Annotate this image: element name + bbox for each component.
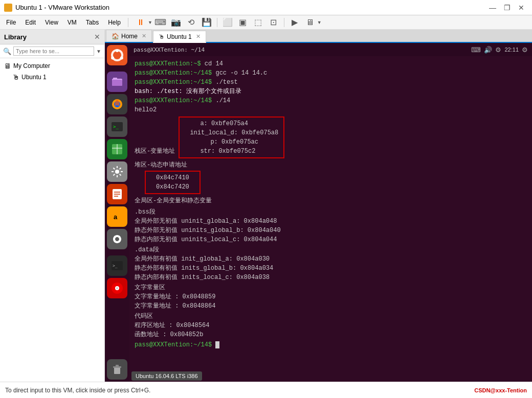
launcher-terminal[interactable]: >_ (107, 116, 127, 137)
launcher-amazon[interactable]: a (107, 206, 127, 227)
menu-tabs[interactable]: Tabs (82, 17, 103, 28)
sidebar-close-button[interactable]: ✕ (94, 33, 100, 41)
code-title: 代码区 (135, 312, 527, 321)
toolbar-sep2 (284, 18, 284, 27)
error-msg: bash: ./test: 没有那个文件或目录 (135, 88, 241, 95)
svg-point-4 (111, 57, 114, 60)
view-button2[interactable]: ⬚ (251, 16, 265, 29)
snapshot-button[interactable]: 📷 (169, 16, 183, 29)
pause-arrow[interactable]: ▼ (148, 20, 152, 25)
tab-home-label: Home (121, 33, 138, 40)
stack-p: p: 0xbfe075ac (185, 137, 278, 147)
vm-content[interactable]: >_ a >_ (105, 43, 532, 382)
hello-text: hello2 (135, 106, 157, 113)
ubuntu1-label: Ubuntu 1 (21, 74, 47, 81)
svg-rect-28 (114, 367, 120, 374)
terminal-line-2: pass@XXXTention:~/14$ gcc -o 14 14.c (135, 68, 527, 78)
vm-area: 🏠 Home ✕ 🖱 Ubuntu 1 ✕ (105, 30, 532, 382)
text-line1: 文字常量地址 : 0x8048859 (135, 292, 527, 301)
heap-2: 0x84c7420 (156, 182, 189, 192)
computer-icon: 🖥 (4, 62, 11, 70)
code-line2: 函数地址 : 0x804852b (135, 330, 527, 339)
unity-button[interactable]: ▣ (236, 16, 250, 29)
tab-home[interactable]: 🏠 Home ✕ (106, 30, 152, 42)
maximize-button[interactable]: ❐ (500, 3, 514, 13)
sidebar-item-my-computer[interactable]: 🖥 My Computer (0, 60, 104, 72)
ubuntu-version-tooltip: Ubuntu 16.04.6 LTS i386 (131, 371, 202, 381)
home-icon: 🏠 (112, 33, 119, 40)
vm-audio-icon[interactable]: ⚙ (495, 46, 501, 54)
cmd-3: ./test (215, 79, 237, 86)
data-label: .data段 (135, 245, 527, 254)
terminal-content[interactable]: pass@XXXTention:~$ cd 14 pass@XXXTention… (129, 56, 532, 382)
terminal-hello: hello2 (135, 105, 527, 114)
tab-ubuntu[interactable]: 🖱 Ubuntu 1 ✕ (153, 31, 206, 43)
sidebar-item-ubuntu1[interactable]: 🖱 Ubuntu 1 (0, 72, 104, 83)
minimize-button[interactable]: — (486, 3, 499, 13)
terminal-line-3: pass@XXXTention:~/14$ ./test (135, 78, 527, 87)
pause-button-group[interactable]: ⏸ ▼ (134, 16, 152, 29)
bss-section: .bss段 全局外部无初值 uninit_global_a: 0x804a048… (135, 207, 527, 244)
menu-view[interactable]: View (41, 17, 62, 28)
launcher-system-settings[interactable] (107, 229, 127, 249)
bottom-hint: To direct input to this VM, click inside… (5, 387, 150, 394)
suspend-button[interactable]: 💾 (199, 16, 214, 29)
text-title: 文字常量区 (135, 283, 527, 292)
pause-button[interactable]: ⏸ (134, 16, 148, 29)
vm-settings-icon[interactable]: ⚙ (522, 46, 528, 54)
stack-title: 栈区-变量地址 (135, 148, 175, 155)
display-arrow[interactable]: ▼ (317, 20, 322, 25)
bss-line3: 静态内部无初值 uninits_local_c: 0x804a044 (135, 235, 527, 244)
launcher-cmd[interactable]: >_ (107, 255, 127, 276)
watermark: CSDN@xxx-Tention (474, 387, 527, 393)
vmware-icon (4, 4, 12, 12)
bss-line1: 全局外部无初值 uninit_global_a: 0x804a048 (135, 217, 527, 226)
vm-network-icon[interactable]: 🔊 (484, 46, 492, 54)
terminal-line-4: bash: ./test: 没有那个文件或目录 (135, 87, 527, 96)
console-button[interactable]: ▶ (287, 16, 302, 29)
svg-point-3 (120, 57, 123, 60)
vm-keyboard-icon[interactable]: ⌨ (471, 46, 481, 54)
ubuntu-launcher: >_ a >_ (105, 43, 129, 382)
full-screen-button[interactable]: ⬜ (220, 16, 235, 29)
launcher-settings[interactable] (107, 161, 127, 182)
vm-path-title: pass@XXXTention: ~/14 (134, 46, 205, 53)
tab-ubuntu-close[interactable]: ✕ (196, 33, 201, 40)
menu-separator (128, 18, 128, 27)
sidebar-search-bar: 🔍 ▼ (0, 44, 104, 58)
launcher-spreadsheet[interactable] (107, 139, 127, 159)
menu-bar: File Edit View VM Tabs Help ⏸ ▼ ⌨ 📷 ⟲ 💾 … (0, 15, 532, 30)
display-button-group[interactable]: 🖥 ▼ (303, 16, 322, 29)
last-prompt-line: pass@XXXTention:~/14$ (135, 340, 527, 349)
menu-file[interactable]: File (2, 17, 20, 28)
tab-home-close[interactable]: ✕ (142, 33, 146, 39)
svg-point-27 (116, 287, 118, 289)
data-line1: 全局外部有初值 init_global_a: 0x804a030 (135, 254, 527, 264)
launcher-files[interactable] (107, 72, 127, 92)
launcher-ubuntu[interactable] (107, 45, 127, 65)
search-dropdown-arrow[interactable]: ▼ (96, 49, 101, 54)
search-input[interactable] (13, 46, 94, 56)
text-line2: 文字常量地址 : 0x8048864 (135, 301, 527, 311)
menu-vm[interactable]: VM (63, 17, 81, 28)
title-bar-left: Ubuntu 1 - VMware Workstation (4, 4, 109, 12)
launcher-firefox[interactable] (107, 94, 127, 114)
display-button[interactable]: 🖥 (303, 16, 317, 29)
sidebar-tree: 🖥 My Computer 🖱 Ubuntu 1 (0, 58, 104, 382)
menu-edit[interactable]: Edit (21, 17, 40, 28)
svg-rect-7 (113, 78, 117, 80)
stack-init-local-d: init_local_d: 0xbfe075a8 (185, 128, 278, 137)
launcher-dvd[interactable] (107, 278, 127, 298)
title-bar-controls: — ❐ ✕ (486, 3, 528, 13)
menu-help[interactable]: Help (104, 17, 125, 28)
launcher-text-editor[interactable] (107, 184, 127, 204)
send-ctrlaltdel-button[interactable]: ⌨ (153, 16, 168, 29)
revert-button[interactable]: ⟲ (184, 16, 198, 29)
svg-point-2 (116, 49, 119, 52)
view-button3[interactable]: ⊡ (267, 16, 281, 29)
launcher-trash[interactable] (107, 359, 127, 380)
toolbar: ⏸ ▼ ⌨ 📷 ⟲ 💾 ⬜ ▣ ⬚ ⊡ ▶ 🖥 ▼ (134, 16, 322, 29)
global-section: 全局区-全局变量和静态变量 (135, 196, 527, 205)
close-button[interactable]: ✕ (515, 3, 528, 13)
tab-ubuntu-label: Ubuntu 1 (167, 33, 192, 40)
